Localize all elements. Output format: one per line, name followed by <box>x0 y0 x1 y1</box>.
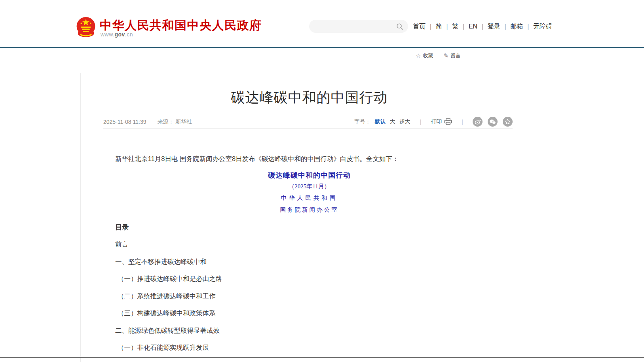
meta-left: 2025-11-08 11:39 来源： 新华社 <box>103 118 192 125</box>
toc-item: 一、坚定不移推进碳达峰碳中和 <box>115 257 500 266</box>
font-size-label: 字号： <box>354 118 371 125</box>
comment-label: 留言 <box>450 52 461 59</box>
toc-item: （一）推进碳达峰碳中和是必由之路 <box>115 274 500 283</box>
meta-separator: | <box>420 119 422 125</box>
doc-title: 碳达峰碳中和的中国行动 <box>81 171 538 180</box>
nav-separator: | <box>527 23 529 30</box>
bottom-divider <box>0 357 644 358</box>
table-of-contents: 前言 一、坚定不移推进碳达峰碳中和 （一）推进碳达峰碳中和是必由之路 （二）系统… <box>115 239 500 360</box>
url-bold: gov <box>114 31 125 38</box>
font-size-default-button[interactable]: 默认 <box>375 118 386 125</box>
toc-item: 二、能源绿色低碳转型取得显著成效 <box>115 326 500 335</box>
toc-item: （一）非化石能源实现跃升发展 <box>115 343 500 352</box>
publish-date: 2025-11-08 11:39 <box>103 119 146 125</box>
favorite-label: 收藏 <box>423 52 433 59</box>
toc-item: 前言 <box>115 239 500 249</box>
nav-accessibility[interactable]: 无障碍 <box>533 23 552 31</box>
weibo-share-icon[interactable] <box>473 117 483 127</box>
article-title: 碳达峰碳中和的中国行动 <box>81 88 538 107</box>
nav-separator: | <box>505 23 506 30</box>
wechat-share-icon[interactable] <box>488 117 498 127</box>
search-input[interactable] <box>314 23 396 30</box>
search-box[interactable] <box>309 20 408 33</box>
favorite-button[interactable]: ☆ 收藏 <box>416 52 433 59</box>
nav-separator: | <box>463 23 464 30</box>
nav-english[interactable]: EN <box>469 23 477 30</box>
toc-item: （二）系统推进碳达峰碳中和工作 <box>115 291 500 301</box>
search-icon[interactable] <box>396 23 403 30</box>
nav-mail[interactable]: 邮箱 <box>510 23 523 31</box>
national-emblem-logo <box>75 16 97 39</box>
nav-simplified[interactable]: 简 <box>436 23 442 31</box>
toc-heading: 目录 <box>115 223 129 232</box>
comment-button[interactable]: ✎ 留言 <box>443 52 461 59</box>
doc-org-line2: 国务院新闻办公室 <box>81 206 538 214</box>
article-card: 碳达峰碳中和的中国行动 2025-11-08 11:39 来源： 新华社 字号：… <box>80 73 538 362</box>
share-icons <box>473 117 513 127</box>
url-prefix: www. <box>101 31 114 38</box>
pen-icon: ✎ <box>443 52 448 59</box>
nav-separator: | <box>446 23 448 30</box>
site-header: 中华人民共和国中央人民政府 www.gov.cn 首页 | 简 | 繁 | EN… <box>0 0 644 48</box>
page-actions: ☆ 收藏 ✎ 留言 <box>416 52 461 59</box>
star-outline-icon: ☆ <box>416 52 421 59</box>
nav-traditional[interactable]: 繁 <box>452 23 458 31</box>
url-suffix: .cn <box>125 31 133 38</box>
nav-separator: | <box>482 23 483 30</box>
toc-item: （三）构建碳达峰碳中和政策体系 <box>115 308 500 318</box>
page: 中华人民共和国中央人民政府 www.gov.cn 首页 | 简 | 繁 | EN… <box>0 0 644 362</box>
nav-separator: | <box>430 23 431 30</box>
printer-icon <box>444 118 452 125</box>
meta-divider <box>103 128 513 129</box>
meta-right: 字号： 默认 大 超大 | 打印 | <box>354 117 513 127</box>
font-size-large-button[interactable]: 大 <box>390 118 395 125</box>
source: 来源： 新华社 <box>157 118 192 125</box>
nav-home[interactable]: 首页 <box>413 23 426 31</box>
meta-separator: | <box>462 119 463 125</box>
top-navigation: 首页 | 简 | 繁 | EN | 登录 | 邮箱 | 无障碍 <box>413 21 552 32</box>
source-value[interactable]: 新华社 <box>175 118 192 125</box>
site-url: www.gov.cn <box>101 31 133 38</box>
font-size-xlarge-button[interactable]: 超大 <box>399 118 410 125</box>
source-label: 来源： <box>157 118 174 125</box>
lead-paragraph: 新华社北京11月8日电 国务院新闻办公室8日发布《碳达峰碳中和的中国行动》白皮书… <box>115 154 500 164</box>
star-share-icon[interactable] <box>503 117 513 127</box>
article-meta: 2025-11-08 11:39 来源： 新华社 字号： 默认 大 超大 | 打… <box>103 117 513 127</box>
print-label: 打印 <box>431 118 442 125</box>
doc-date: （2025年11月） <box>81 183 538 190</box>
print-button[interactable]: 打印 <box>431 118 452 125</box>
nav-login[interactable]: 登录 <box>488 23 500 31</box>
doc-org-line1: 中华人民共和国 <box>81 194 538 202</box>
